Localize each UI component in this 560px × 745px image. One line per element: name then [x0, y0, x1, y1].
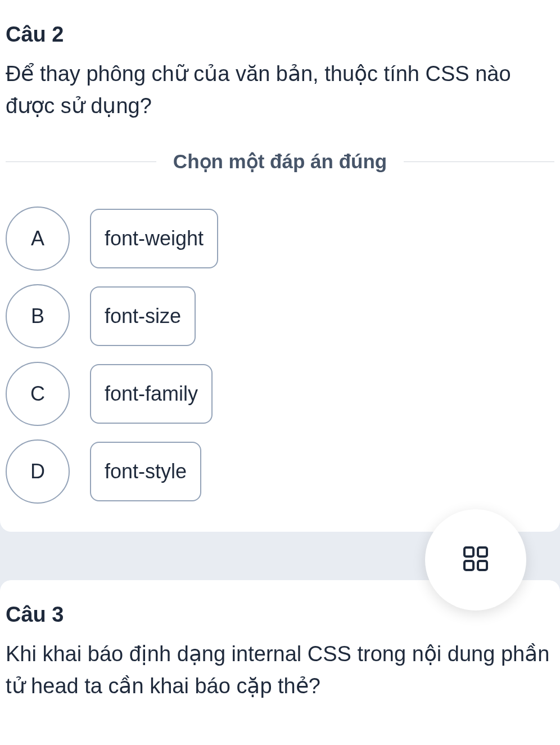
option-value-b: font-size [90, 286, 196, 346]
option-letter-b: B [6, 284, 70, 348]
grid-menu-button[interactable] [425, 509, 526, 611]
svg-rect-1 [478, 547, 487, 556]
gap-section [0, 532, 560, 580]
question-card-2: Câu 2 Để thay phông chữ của văn bản, thu… [0, 0, 560, 532]
svg-rect-3 [478, 561, 487, 570]
option-value-a: font-weight [90, 209, 218, 268]
option-letter-c: C [6, 362, 70, 426]
option-a[interactable]: A font-weight [6, 207, 554, 271]
question-text: Để thay phông chữ của văn bản, thuộc tín… [6, 58, 554, 122]
divider-line-left [6, 161, 156, 162]
options-list: A font-weight B font-size C font-family … [6, 207, 554, 504]
option-d[interactable]: D font-style [6, 439, 554, 504]
option-c[interactable]: C font-family [6, 362, 554, 426]
divider-line-right [404, 161, 554, 162]
option-b[interactable]: B font-size [6, 284, 554, 348]
question-text: Khi khai báo định dạng internal CSS tron… [6, 638, 554, 702]
option-letter-d: D [6, 439, 70, 504]
svg-rect-2 [464, 561, 473, 570]
option-value-d: font-style [90, 442, 201, 501]
svg-rect-0 [464, 547, 473, 556]
instruction-row: Chọn một đáp án đúng [6, 150, 554, 173]
option-value-c: font-family [90, 364, 213, 424]
option-letter-a: A [6, 207, 70, 271]
instruction-text: Chọn một đáp án đúng [156, 150, 404, 173]
grid-icon [462, 545, 489, 575]
question-title: Câu 2 [6, 23, 554, 47]
